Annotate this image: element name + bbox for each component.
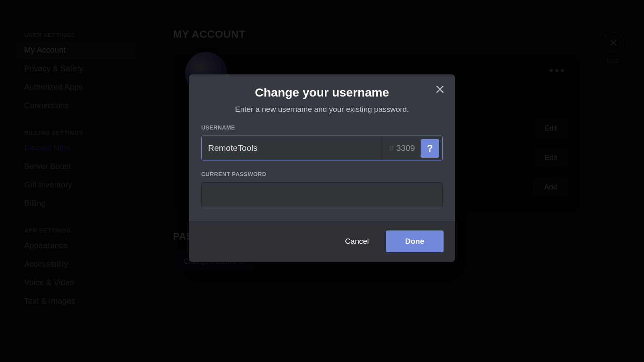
modal-subtitle: Enter a new username and your existing p… (201, 105, 443, 114)
username-help-button[interactable]: ? (421, 139, 439, 158)
modal-footer: Cancel Done (189, 221, 455, 262)
change-username-modal: Change your username Enter a new usernam… (189, 74, 455, 262)
modal-title: Change your username (201, 86, 443, 99)
cancel-button[interactable]: Cancel (336, 231, 378, 251)
password-field-label: CURRENT PASSWORD (201, 171, 443, 177)
discriminator-box: # 3309 (382, 136, 421, 160)
hash-icon: # (389, 143, 394, 153)
current-password-input[interactable] (201, 182, 443, 207)
username-field-label: USERNAME (201, 124, 443, 131)
modal-overlay: Change your username Enter a new usernam… (0, 0, 644, 362)
close-icon (435, 84, 445, 95)
username-input-row: # 3309 ? (201, 136, 443, 160)
discriminator-value: 3309 (396, 143, 415, 153)
done-button[interactable]: Done (386, 230, 444, 252)
username-input[interactable] (202, 136, 382, 160)
modal-close-button[interactable] (435, 84, 445, 96)
